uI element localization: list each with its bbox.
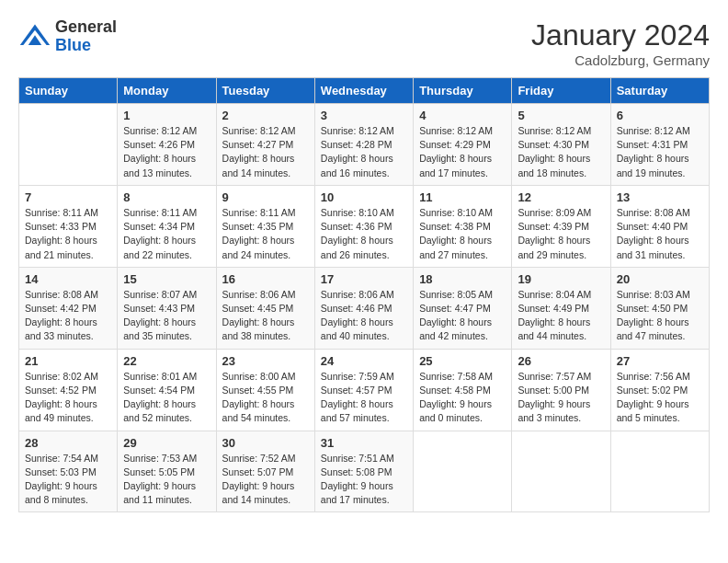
day-number: 25 <box>419 354 506 368</box>
day-number: 28 <box>25 436 111 450</box>
day-number: 10 <box>321 190 407 204</box>
calendar-cell: 27Sunrise: 7:56 AMSunset: 5:02 PMDayligh… <box>610 349 709 431</box>
calendar-week-row: 28Sunrise: 7:54 AMSunset: 5:03 PMDayligh… <box>19 431 710 512</box>
logo-icon <box>18 20 51 53</box>
day-info: Sunrise: 7:57 AMSunset: 5:00 PMDaylight:… <box>518 370 604 426</box>
header-thursday: Thursday <box>414 78 512 104</box>
day-info: Sunrise: 8:03 AMSunset: 4:50 PMDaylight:… <box>617 288 703 344</box>
calendar-cell: 20Sunrise: 8:03 AMSunset: 4:50 PMDayligh… <box>610 267 709 349</box>
day-number: 7 <box>25 190 111 204</box>
calendar-cell: 28Sunrise: 7:54 AMSunset: 5:03 PMDayligh… <box>19 431 118 512</box>
calendar-week-row: 7Sunrise: 8:11 AMSunset: 4:33 PMDaylight… <box>19 185 710 267</box>
calendar-cell: 30Sunrise: 7:52 AMSunset: 5:07 PMDayligh… <box>216 431 314 512</box>
day-number: 13 <box>617 190 703 204</box>
day-number: 18 <box>419 272 506 286</box>
calendar-cell: 13Sunrise: 8:08 AMSunset: 4:40 PMDayligh… <box>610 185 709 267</box>
calendar-cell: 21Sunrise: 8:02 AMSunset: 4:52 PMDayligh… <box>19 349 118 431</box>
calendar-cell: 11Sunrise: 8:10 AMSunset: 4:38 PMDayligh… <box>414 185 512 267</box>
calendar-cell: 31Sunrise: 7:51 AMSunset: 5:08 PMDayligh… <box>314 431 413 512</box>
calendar-cell: 17Sunrise: 8:06 AMSunset: 4:46 PMDayligh… <box>314 267 413 349</box>
calendar-cell: 23Sunrise: 8:00 AMSunset: 4:55 PMDayligh… <box>216 349 314 431</box>
day-info: Sunrise: 8:12 AMSunset: 4:26 PMDaylight:… <box>123 124 210 180</box>
day-info: Sunrise: 8:12 AMSunset: 4:31 PMDaylight:… <box>617 124 703 180</box>
day-number: 2 <box>222 109 309 122</box>
day-info: Sunrise: 8:01 AMSunset: 4:54 PMDaylight:… <box>123 370 210 426</box>
calendar-cell: 4Sunrise: 8:12 AMSunset: 4:29 PMDaylight… <box>414 104 512 186</box>
page-header: General Blue January 2024 Cadolzburg, Ge… <box>18 18 710 68</box>
day-info: Sunrise: 7:54 AMSunset: 5:03 PMDaylight:… <box>25 452 111 508</box>
day-number: 23 <box>222 354 309 368</box>
day-number: 9 <box>222 190 309 204</box>
day-number: 24 <box>321 354 407 368</box>
day-number: 22 <box>123 354 210 368</box>
calendar-cell: 14Sunrise: 8:08 AMSunset: 4:42 PMDayligh… <box>19 267 118 349</box>
day-info: Sunrise: 7:59 AMSunset: 4:57 PMDaylight:… <box>321 370 407 426</box>
day-number: 27 <box>617 354 703 368</box>
header-friday: Friday <box>512 78 610 104</box>
calendar-cell: 15Sunrise: 8:07 AMSunset: 4:43 PMDayligh… <box>118 267 216 349</box>
day-info: Sunrise: 8:06 AMSunset: 4:45 PMDaylight:… <box>222 288 309 344</box>
day-info: Sunrise: 8:12 AMSunset: 4:30 PMDaylight:… <box>518 124 604 180</box>
day-info: Sunrise: 8:12 AMSunset: 4:29 PMDaylight:… <box>419 124 506 180</box>
day-info: Sunrise: 8:07 AMSunset: 4:43 PMDaylight:… <box>123 288 210 344</box>
calendar-cell: 5Sunrise: 8:12 AMSunset: 4:30 PMDaylight… <box>512 104 610 186</box>
calendar-cell: 29Sunrise: 7:53 AMSunset: 5:05 PMDayligh… <box>118 431 216 512</box>
day-info: Sunrise: 8:11 AMSunset: 4:35 PMDaylight:… <box>222 206 309 262</box>
calendar-cell: 25Sunrise: 7:58 AMSunset: 4:58 PMDayligh… <box>414 349 512 431</box>
calendar-cell: 6Sunrise: 8:12 AMSunset: 4:31 PMDaylight… <box>610 104 709 186</box>
calendar-cell: 2Sunrise: 8:12 AMSunset: 4:27 PMDaylight… <box>216 104 314 186</box>
day-info: Sunrise: 8:12 AMSunset: 4:28 PMDaylight:… <box>321 124 407 180</box>
calendar-week-row: 1Sunrise: 8:12 AMSunset: 4:26 PMDaylight… <box>19 104 710 186</box>
calendar-cell: 26Sunrise: 7:57 AMSunset: 5:00 PMDayligh… <box>512 349 610 431</box>
day-number: 31 <box>321 436 407 450</box>
header-monday: Monday <box>118 78 216 104</box>
day-info: Sunrise: 7:52 AMSunset: 5:07 PMDaylight:… <box>222 452 309 508</box>
day-number: 3 <box>321 109 407 122</box>
calendar-cell: 7Sunrise: 8:11 AMSunset: 4:33 PMDaylight… <box>19 185 118 267</box>
day-info: Sunrise: 7:51 AMSunset: 5:08 PMDaylight:… <box>321 452 407 508</box>
day-number: 26 <box>518 354 604 368</box>
calendar-cell <box>610 431 709 512</box>
calendar-cell <box>414 431 512 512</box>
day-info: Sunrise: 8:05 AMSunset: 4:47 PMDaylight:… <box>419 288 506 344</box>
day-info: Sunrise: 8:06 AMSunset: 4:46 PMDaylight:… <box>321 288 407 344</box>
day-number: 8 <box>123 190 210 204</box>
day-info: Sunrise: 8:11 AMSunset: 4:33 PMDaylight:… <box>25 206 111 262</box>
calendar-cell: 8Sunrise: 8:11 AMSunset: 4:34 PMDaylight… <box>118 185 216 267</box>
day-info: Sunrise: 8:10 AMSunset: 4:38 PMDaylight:… <box>419 206 506 262</box>
calendar-cell: 22Sunrise: 8:01 AMSunset: 4:54 PMDayligh… <box>118 349 216 431</box>
calendar-cell <box>512 431 610 512</box>
header-sunday: Sunday <box>19 78 118 104</box>
day-info: Sunrise: 8:09 AMSunset: 4:39 PMDaylight:… <box>518 206 604 262</box>
day-number: 16 <box>222 272 309 286</box>
day-number: 21 <box>25 354 111 368</box>
day-number: 11 <box>419 190 506 204</box>
day-number: 14 <box>25 272 111 286</box>
day-number: 20 <box>617 272 703 286</box>
header-wednesday: Wednesday <box>314 78 413 104</box>
day-info: Sunrise: 8:10 AMSunset: 4:36 PMDaylight:… <box>321 206 407 262</box>
calendar-table: SundayMondayTuesdayWednesdayThursdayFrid… <box>18 77 710 512</box>
calendar-cell: 10Sunrise: 8:10 AMSunset: 4:36 PMDayligh… <box>314 185 413 267</box>
day-info: Sunrise: 8:08 AMSunset: 4:40 PMDaylight:… <box>617 206 703 262</box>
day-info: Sunrise: 8:00 AMSunset: 4:55 PMDaylight:… <box>222 370 309 426</box>
calendar-cell: 18Sunrise: 8:05 AMSunset: 4:47 PMDayligh… <box>414 267 512 349</box>
header-tuesday: Tuesday <box>216 78 314 104</box>
day-info: Sunrise: 7:56 AMSunset: 5:02 PMDaylight:… <box>617 370 703 426</box>
day-number: 4 <box>419 109 506 122</box>
title-block: January 2024 Cadolzburg, Germany <box>531 18 710 68</box>
day-info: Sunrise: 8:04 AMSunset: 4:49 PMDaylight:… <box>518 288 604 344</box>
logo: General Blue <box>18 18 117 55</box>
day-info: Sunrise: 8:12 AMSunset: 4:27 PMDaylight:… <box>222 124 309 180</box>
day-number: 12 <box>518 190 604 204</box>
calendar-cell: 19Sunrise: 8:04 AMSunset: 4:49 PMDayligh… <box>512 267 610 349</box>
day-number: 17 <box>321 272 407 286</box>
calendar-header-row: SundayMondayTuesdayWednesdayThursdayFrid… <box>19 78 710 104</box>
day-number: 29 <box>123 436 210 450</box>
calendar-cell: 3Sunrise: 8:12 AMSunset: 4:28 PMDaylight… <box>314 104 413 186</box>
day-number: 30 <box>222 436 309 450</box>
day-info: Sunrise: 8:02 AMSunset: 4:52 PMDaylight:… <box>25 370 111 426</box>
calendar-cell <box>19 104 118 186</box>
month-year: January 2024 <box>531 18 710 52</box>
day-number: 19 <box>518 272 604 286</box>
